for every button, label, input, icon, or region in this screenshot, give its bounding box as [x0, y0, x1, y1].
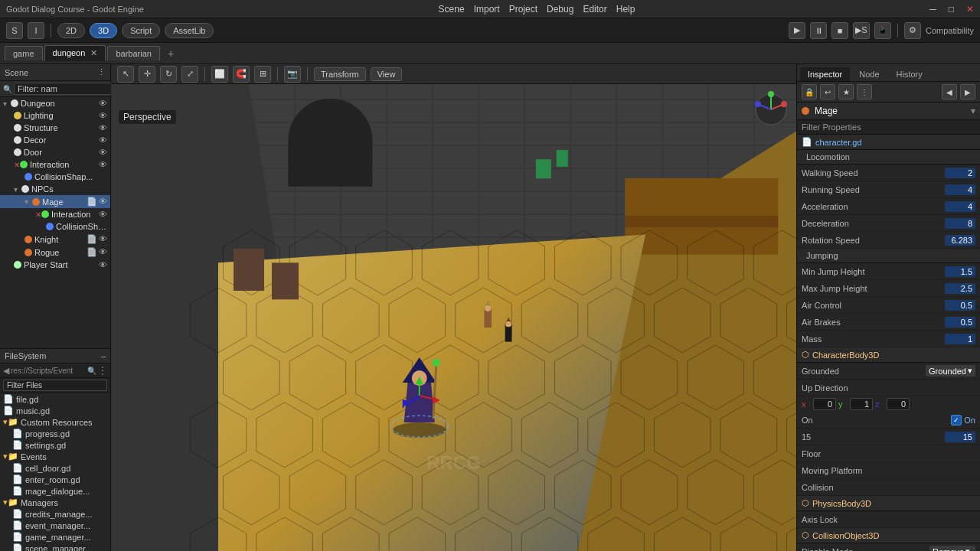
jumping-header[interactable]: Jumping: [797, 249, 980, 263]
menu-import[interactable]: Import: [474, 4, 500, 15]
knight-script-icon[interactable]: 📄: [87, 234, 97, 244]
tree-npcs[interactable]: ▾ NPCs: [0, 183, 110, 195]
tree-door[interactable]: Door 👁: [0, 146, 110, 158]
interaction-visibility[interactable]: 👁: [99, 160, 107, 169]
maximize-btn[interactable]: □: [949, 4, 954, 15]
up-y-value[interactable]: 1: [850, 398, 873, 410]
wall-min-slide-value[interactable]: 15: [945, 432, 975, 442]
mage-selector-dropdown[interactable]: ▾: [971, 106, 975, 116]
collision-row1[interactable]: Collision: [797, 479, 980, 496]
grid-btn[interactable]: ⊞: [254, 66, 271, 83]
minimize-btn[interactable]: ─: [929, 4, 936, 15]
mode-assetlib-btn[interactable]: AssetLib: [165, 23, 214, 38]
up-z-value[interactable]: 0: [887, 398, 910, 410]
fs-credits-manager[interactable]: 📄 credits_manage...: [0, 508, 110, 520]
knight-visibility[interactable]: 👁: [99, 234, 107, 244]
tab-barbarian[interactable]: barbarian: [107, 46, 159, 60]
deploy-btn[interactable]: 📱: [874, 22, 891, 39]
scene-panel-menu[interactable]: ⋮: [97, 67, 106, 77]
mage-interaction-visibility[interactable]: 👁: [99, 210, 107, 219]
scene-tab-btn[interactable]: S: [6, 22, 23, 39]
settings-btn[interactable]: ⚙: [904, 22, 921, 39]
fs-event-manager[interactable]: 📄 event_manager...: [0, 520, 110, 531]
fs-progress-gd[interactable]: 📄 progress.gd: [0, 428, 110, 439]
mass-value[interactable]: 1: [945, 334, 975, 344]
import-tab-btn[interactable]: I: [28, 22, 44, 39]
playerstart-visibility[interactable]: 👁: [99, 260, 107, 269]
insp-menu-btn[interactable]: ⋮: [857, 84, 872, 99]
fs-back-btn[interactable]: ◀: [3, 366, 9, 376]
move-tool-btn[interactable]: ✛: [139, 66, 155, 83]
close-btn[interactable]: ✕: [966, 4, 974, 15]
slide-on-ceiling-toggle[interactable]: ✓ On: [951, 415, 975, 425]
fs-custom-resources-folder[interactable]: ▾📁 Custom Resources: [0, 416, 110, 428]
air-brakes-value[interactable]: 0.5: [945, 317, 975, 328]
tab-dungeon[interactable]: dungeon ✕: [44, 45, 106, 61]
walking-speed-value[interactable]: 2: [945, 168, 975, 178]
tree-structure[interactable]: Structure 👁: [0, 122, 110, 134]
rotate-tool-btn[interactable]: ↻: [160, 66, 177, 83]
scene-filter-input[interactable]: [14, 83, 127, 95]
up-x-value[interactable]: 0: [813, 398, 836, 410]
script-section-header[interactable]: 📄 character.gd: [797, 135, 980, 150]
running-speed-value[interactable]: 4: [945, 184, 975, 195]
tree-dungeon[interactable]: ▾ Dungeon 👁: [0, 97, 110, 109]
tree-lighting[interactable]: Lighting 👁: [0, 109, 110, 122]
mage-script-icon[interactable]: 📄: [87, 197, 97, 207]
play-scene-btn[interactable]: ▶S: [853, 22, 870, 39]
insp-next-btn[interactable]: ▶: [960, 84, 975, 99]
fs-cell-door-gd[interactable]: 📄 cell_door.gd: [0, 462, 110, 474]
mage-selector[interactable]: Mage ▾: [797, 103, 980, 120]
insp-history-btn[interactable]: ↩: [820, 84, 835, 99]
air-control-value[interactable]: 0.5: [945, 300, 975, 311]
disable-mode-value[interactable]: Remove ▾: [929, 546, 975, 551]
tree-mage[interactable]: ▾ Mage 📄 👁: [0, 195, 110, 208]
filesystem-collapse[interactable]: –: [101, 351, 106, 360]
scale-tool-btn[interactable]: ⤢: [181, 66, 198, 83]
tree-decor[interactable]: Decor 👁: [0, 134, 110, 146]
deceleration-value[interactable]: 8: [945, 218, 975, 229]
insp-lock-btn[interactable]: 🔒: [802, 84, 817, 99]
tree-knight[interactable]: Knight 📄 👁: [0, 233, 110, 246]
mage-visibility[interactable]: 👁: [99, 197, 107, 207]
min-jump-value[interactable]: 1.5: [945, 266, 975, 277]
tree-mage-collision[interactable]: CollisionSha...: [0, 220, 110, 233]
rotation-speed-value[interactable]: 6.283: [945, 235, 975, 246]
inspector-tab-inspector[interactable]: Inspector: [800, 67, 850, 81]
mode-3d-btn[interactable]: 3D: [90, 23, 117, 38]
moving-platform-row[interactable]: Moving Platform: [797, 462, 980, 479]
inspector-tab-node[interactable]: Node: [851, 67, 887, 81]
tree-interaction[interactable]: ✕ Interaction 👁: [0, 158, 110, 171]
menu-editor[interactable]: Editor: [583, 4, 606, 15]
floor-row[interactable]: Floor: [797, 445, 980, 462]
structure-visibility[interactable]: 👁: [99, 123, 107, 132]
fs-menu-btn[interactable]: ⋮: [98, 365, 107, 376]
acceleration-value[interactable]: 4: [945, 201, 975, 212]
pause-btn[interactable]: ⏸: [810, 22, 827, 39]
decor-visibility[interactable]: 👁: [99, 135, 107, 145]
view-btn[interactable]: View: [371, 67, 403, 81]
transform-btn[interactable]: Transform: [314, 67, 366, 81]
tree-mage-interaction[interactable]: ✕ Interaction 👁: [0, 208, 110, 220]
fs-mage-dialogue-gd[interactable]: 📄 mage_dialogue...: [0, 485, 110, 497]
snap-btn[interactable]: 🧲: [233, 66, 250, 83]
character-body-header[interactable]: ⬡ CharacterBody3D: [797, 347, 980, 363]
fs-events-folder[interactable]: ▾📁 Events: [0, 451, 110, 462]
rogue-script-icon[interactable]: 📄: [87, 247, 97, 257]
tab-dungeon-close[interactable]: ✕: [90, 48, 97, 57]
fs-settings-gd[interactable]: 📄 settings.gd: [0, 439, 110, 451]
fs-enter-room-gd[interactable]: 📄 enter_room.gd: [0, 474, 110, 485]
tree-rogue[interactable]: Rogue 📄 👁: [0, 246, 110, 259]
lighting-visibility[interactable]: 👁: [99, 111, 107, 120]
fs-filter-input[interactable]: [3, 380, 107, 391]
menu-debug[interactable]: Debug: [547, 4, 573, 15]
door-visibility[interactable]: 👁: [99, 148, 107, 157]
add-tab-btn[interactable]: +: [162, 45, 180, 62]
inspector-tab-history[interactable]: History: [889, 67, 930, 81]
collision-object-header[interactable]: ⬡ CollisionObject3D: [797, 528, 980, 543]
motion-mode-value[interactable]: Grounded ▾: [926, 365, 975, 377]
axis-lock-row[interactable]: Axis Lock: [797, 511, 980, 528]
mode-script-btn[interactable]: Script: [122, 23, 160, 38]
insp-fave-btn[interactable]: ★: [838, 84, 854, 99]
fs-music-gd[interactable]: 📄 music.gd: [0, 405, 110, 416]
